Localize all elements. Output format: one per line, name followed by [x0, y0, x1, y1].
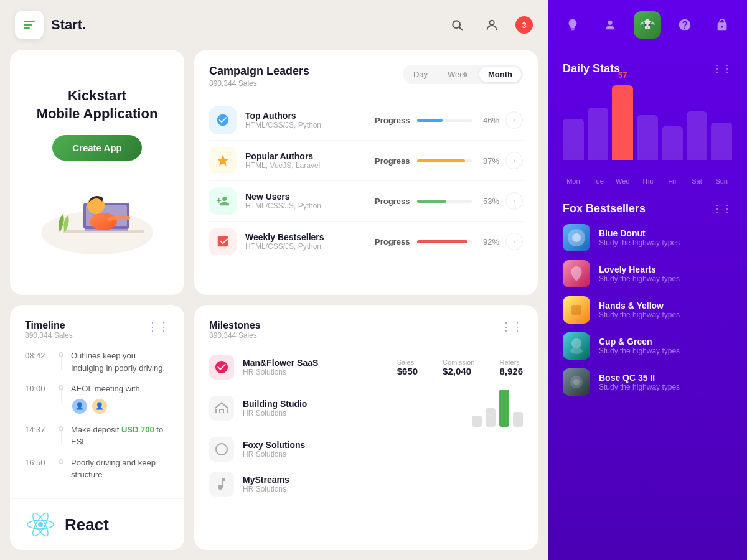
kickstart-title: Kickstart Mobile Application — [37, 87, 158, 123]
svg-point-8 — [90, 213, 117, 230]
progress-pct: 92% — [479, 237, 499, 246]
timeline-dot-wrap — [59, 350, 63, 370]
campaign-row: Popular Authors HTML, VueJS, Laravel Pro… — [209, 141, 523, 181]
timeline-time: 14:37 — [25, 425, 52, 434]
sidebar-nav-user[interactable] — [596, 11, 624, 39]
bestseller-info-3: Hands & Yellow Study the highway types — [599, 301, 732, 319]
timeline-menu-dots[interactable]: ⋮⋮ — [147, 320, 169, 334]
timeline-time: 08:42 — [25, 351, 52, 360]
progress-bar-wrap — [417, 159, 472, 162]
weekly-bestsellers-icon — [209, 228, 237, 255]
header-left: Start. — [15, 11, 86, 39]
svg-point-24 — [571, 338, 581, 348]
bestseller-thumb-1 — [563, 224, 590, 251]
timeline-text: AEOL meeting with 👤 👤 — [71, 383, 169, 415]
campaign-row: Top Authors HTML/CSS/JS, Python Progress… — [209, 100, 523, 141]
sidebar-nav-question[interactable] — [671, 11, 698, 39]
search-icon[interactable] — [446, 14, 468, 36]
milestones-menu-dots[interactable]: ⋮⋮ — [500, 320, 523, 334]
sidebar-top-nav — [548, 0, 747, 50]
app-title: Start. — [51, 17, 86, 33]
timeline-line — [61, 357, 62, 370]
milestone-icon-3 — [209, 437, 234, 462]
top-authors-progress: Progress 46% — [375, 116, 499, 125]
create-app-button[interactable]: Create App — [52, 135, 141, 161]
main-area: Start. 3 Kickstart Mobile Application — [0, 0, 548, 560]
progress-bar-wrap — [417, 200, 472, 203]
bestseller-sub-2: Study the highway types — [599, 274, 732, 283]
svg-point-2 — [489, 21, 494, 25]
bestseller-item-3[interactable]: Hands & Yellow Study the highway types — [563, 296, 732, 324]
svg-point-19 — [645, 24, 647, 26]
chart-peak-label: 57 — [618, 70, 627, 80]
milestone-row-3: Foxy Solutions HR Solutions — [209, 432, 523, 467]
bestseller-name-4: Cup & Green — [599, 337, 732, 347]
milestone-name-3: Foxy Solutions — [243, 440, 523, 450]
campaign-arrow[interactable]: › — [505, 233, 523, 250]
svg-line-1 — [459, 27, 463, 30]
daily-stats-header: Daily Stats ⋮⋮ — [563, 62, 732, 75]
timeline-item-1: 08:42 Outlines keep you Indulging in poo… — [25, 350, 169, 374]
timeline-item-2: 10:00 AEOL meeting with 👤 👤 — [25, 383, 169, 415]
sidebar-nav-bulb[interactable] — [559, 11, 586, 39]
bestseller-info-5: Bose QC 35 II Study the highway types — [599, 373, 732, 391]
timeline-card: Timeline 890,344 Sales ⋮⋮ 08:42 Outlines… — [10, 305, 184, 550]
timeline-text: Make deposit USD 700 to ESL — [71, 424, 169, 448]
progress-pct: 87% — [479, 156, 499, 166]
progress-label: Progress — [375, 156, 410, 166]
progress-pct: 53% — [479, 197, 499, 206]
campaign-arrow[interactable]: › — [505, 152, 523, 169]
timeline-title: Timeline — [25, 320, 73, 331]
bestseller-item-5[interactable]: Bose QC 35 II Study the highway types — [563, 368, 732, 396]
timeline-item-3: 14:37 Make deposit USD 700 to ESL — [25, 424, 169, 448]
chart-container: 57 Mon Tue Wed Thu Fri Sat Sun — [563, 85, 732, 185]
milestone-icon-2 — [209, 396, 234, 421]
daily-stats-dots[interactable]: ⋮⋮ — [712, 63, 732, 75]
progress-bar — [417, 119, 442, 122]
campaign-header: Campaign Leaders 890,344 Sales Day Week … — [209, 65, 523, 88]
progress-bar — [417, 159, 464, 162]
notification-badge[interactable]: 3 — [515, 16, 533, 34]
timeline-subtitle: 890,344 Sales — [25, 331, 73, 340]
fox-title: Fox Bestsellers — [563, 202, 646, 215]
svg-rect-23 — [571, 305, 581, 315]
sidebar-nav-fox[interactable] — [634, 11, 661, 39]
daily-stats-title: Daily Stats — [563, 62, 620, 75]
campaign-arrow[interactable]: › — [505, 192, 523, 210]
bestseller-sub-1: Study the highway types — [599, 238, 732, 247]
timeline-highlight: USD 700 — [121, 425, 154, 434]
milestones-subtitle: 890,344 Sales — [209, 331, 261, 340]
period-tab-month[interactable]: Month — [479, 67, 521, 82]
milestones-title-group: Milestones 890,344 Sales — [209, 320, 261, 340]
top-authors-tech: HTML/CSS/JS, Python — [245, 121, 375, 129]
svg-point-27 — [573, 379, 580, 385]
profile-icon[interactable] — [481, 14, 503, 36]
milestone-bar-area — [472, 390, 523, 427]
commission-value: $2,040 — [443, 366, 474, 376]
period-tab-day[interactable]: Day — [405, 67, 436, 82]
milestone-row-2: Building Studio HR Solutions — [209, 385, 523, 432]
right-sidebar: Daily Stats ⋮⋮ 57 Mon Tue Wed Thu Fri — [548, 0, 747, 560]
milestone-icon-4 — [209, 472, 234, 497]
popular-authors-name: Popular Authors — [245, 151, 375, 161]
sidebar-nav-lock[interactable] — [708, 11, 736, 39]
bestseller-thumb-3 — [563, 296, 590, 324]
top-authors-name: Top Authors — [245, 111, 375, 121]
bestseller-thumb-2 — [563, 260, 590, 287]
milestone-sub-2: HR Solutions — [243, 409, 472, 418]
bestseller-item-1[interactable]: Blue Donut Study the highway types — [563, 224, 732, 251]
bestseller-item-4[interactable]: Cup & Green Study the highway types — [563, 332, 732, 360]
fox-dots[interactable]: ⋮⋮ — [712, 203, 732, 215]
milestone-stat-refers: Refers 8,926 — [499, 358, 523, 376]
chart-bar-fri — [662, 126, 683, 160]
timeline-header: Timeline 890,344 Sales ⋮⋮ — [25, 320, 169, 340]
period-tab-week[interactable]: Week — [439, 67, 477, 82]
progress-label: Progress — [375, 237, 410, 246]
new-users-name: New Users — [245, 192, 375, 202]
campaign-arrow[interactable]: › — [505, 111, 523, 129]
timeline-dot-wrap — [59, 424, 63, 444]
milestone-name-4: MyStreams — [243, 475, 523, 485]
bestseller-item-2[interactable]: Lovely Hearts Study the highway types — [563, 260, 732, 287]
milestones-header: Milestones 890,344 Sales ⋮⋮ — [209, 320, 523, 340]
bestseller-name-1: Blue Donut — [599, 228, 732, 238]
